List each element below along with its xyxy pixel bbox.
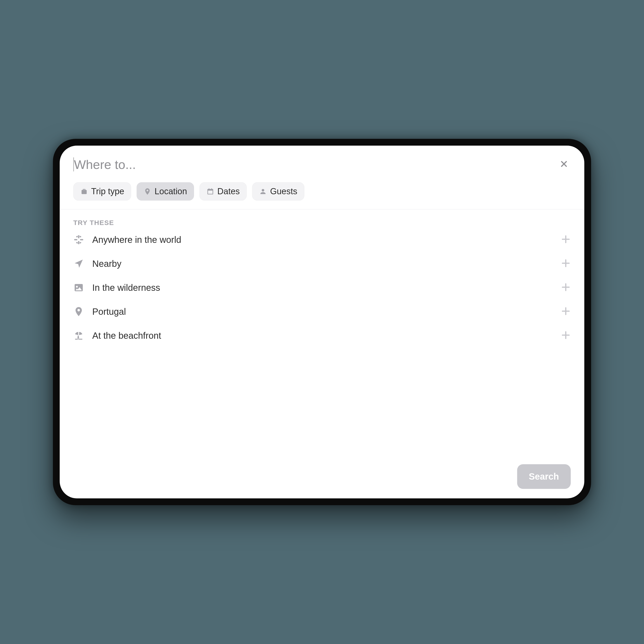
chip-location[interactable]: Location — [137, 182, 194, 201]
add-button[interactable] — [561, 307, 571, 317]
suggestion-nearby[interactable]: Nearby — [73, 258, 571, 269]
suggestion-label: Portugal — [92, 307, 553, 317]
filter-chips: Trip type Location Dates — [73, 182, 571, 209]
suggestions-list: Anywhere in the world Nearby — [73, 234, 571, 341]
pin-icon — [144, 188, 151, 195]
plus-icon — [561, 258, 571, 269]
chip-trip-type[interactable]: Trip type — [73, 182, 131, 201]
plus-icon — [561, 282, 571, 293]
svg-rect-4 — [78, 235, 79, 238]
calendar-icon — [206, 188, 214, 195]
suggestion-label: At the beachfront — [92, 331, 553, 341]
plus-icon — [561, 330, 571, 341]
chip-label: Trip type — [91, 187, 124, 196]
close-button[interactable] — [557, 158, 571, 171]
beach-icon — [73, 330, 84, 341]
suggestion-label: Nearby — [92, 259, 553, 269]
close-icon — [560, 160, 568, 169]
chip-label: Location — [154, 187, 187, 196]
svg-rect-3 — [80, 239, 83, 240]
suggestion-wilderness[interactable]: In the wilderness — [73, 282, 571, 293]
device-frame: Trip type Location Dates — [53, 139, 591, 505]
globe-icon — [73, 234, 84, 245]
add-button[interactable] — [561, 283, 571, 293]
search-row — [73, 157, 571, 171]
chip-label: Guests — [270, 187, 297, 196]
suggestion-label: Anywhere in the world — [92, 235, 553, 245]
suggestion-beachfront[interactable]: At the beachfront — [73, 330, 571, 341]
header: Trip type Location Dates — [60, 146, 584, 209]
suggestion-anywhere[interactable]: Anywhere in the world — [73, 234, 571, 245]
body: TRY THESE Anywhere in the world — [60, 209, 584, 498]
add-button[interactable] — [561, 235, 571, 245]
image-icon — [73, 282, 84, 293]
suggestions-title: TRY THESE — [73, 219, 571, 227]
search-button[interactable]: Search — [517, 464, 571, 489]
footer: Search — [517, 464, 571, 489]
chip-guests[interactable]: Guests — [252, 182, 304, 201]
add-button[interactable] — [561, 331, 571, 341]
suggestion-label: In the wilderness — [92, 283, 553, 293]
person-icon — [259, 188, 267, 195]
location-arrow-icon — [73, 258, 84, 269]
chip-label: Dates — [217, 187, 240, 196]
destination-search-input[interactable] — [73, 157, 557, 171]
screen: Trip type Location Dates — [60, 146, 584, 498]
svg-rect-2 — [74, 239, 77, 240]
suggestion-portugal[interactable]: Portugal — [73, 306, 571, 317]
pin-icon — [73, 306, 84, 317]
add-button[interactable] — [561, 259, 571, 269]
svg-rect-5 — [78, 241, 79, 244]
suitcase-icon — [80, 188, 88, 195]
plus-icon — [561, 234, 571, 245]
chip-dates[interactable]: Dates — [199, 182, 247, 201]
plus-icon — [561, 306, 571, 317]
